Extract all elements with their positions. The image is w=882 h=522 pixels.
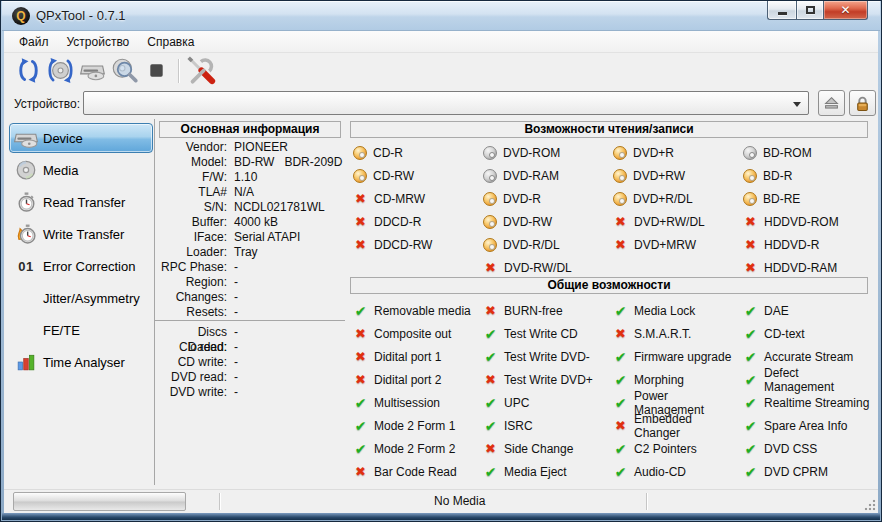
- window-controls: ✕: [767, 1, 868, 20]
- info-row: Resets:-: [155, 305, 345, 320]
- menu-item-2[interactable]: Справка: [138, 32, 203, 52]
- menu-item-0[interactable]: Файл: [10, 32, 58, 52]
- check-icon: ✔: [483, 418, 498, 433]
- capability-label: Embedded Changer: [634, 412, 740, 440]
- minimize-button[interactable]: [767, 1, 796, 20]
- capability-item: DVD-RAM: [480, 164, 610, 187]
- capability-label: Bar Code Read: [374, 465, 457, 479]
- sidebar-item-label: Media: [43, 163, 78, 178]
- caps-column: ✔Media Lock✖S.M.A.R.T.✔Firmware upgrade✔…: [610, 299, 740, 483]
- lock-button[interactable]: [849, 90, 876, 116]
- info-row-value: -: [234, 325, 238, 340]
- resize-grip[interactable]: [864, 499, 876, 511]
- check-icon: ✔: [743, 418, 758, 433]
- capability-item: ✖HDDVD-ROM: [740, 210, 870, 233]
- capability-item: ✖DVD-RW/DL: [480, 256, 610, 279]
- disc-icon: [13, 160, 39, 180]
- check-icon: ✔: [743, 303, 758, 318]
- sidebar-item-time-analyser[interactable]: Time Analyser: [9, 347, 153, 377]
- sidebar-item-write-transfer[interactable]: Write Transfer: [9, 219, 153, 249]
- info-row-label: S/N:: [155, 200, 227, 215]
- cross-icon: ✖: [353, 349, 368, 364]
- capability-label: Defect Management: [764, 366, 870, 394]
- cross-icon: ✖: [483, 303, 498, 318]
- sidebar-item-label: Time Analyser: [43, 355, 125, 370]
- cross-icon: ✖: [483, 372, 498, 387]
- check-icon: ✔: [353, 303, 368, 318]
- close-button[interactable]: ✕: [823, 1, 868, 20]
- cross-icon: ✖: [353, 464, 368, 479]
- check-icon: ✔: [743, 372, 758, 387]
- sidebar-item-read-transfer[interactable]: Read Transfer: [9, 187, 153, 217]
- capability-item: ✖Bar Code Read: [350, 460, 480, 483]
- sidebar-item-fe-te[interactable]: FE/TE: [9, 315, 153, 345]
- capability-item: ✖DDCD-R: [350, 210, 480, 233]
- cross-icon: ✖: [613, 326, 628, 341]
- chevron-down-icon: [793, 102, 801, 107]
- eject-button[interactable]: [818, 90, 845, 116]
- capability-item: ✔CD-text: [740, 322, 870, 345]
- capability-item: ✖HDDVD-R: [740, 233, 870, 256]
- info-row-label: DVD write:: [155, 385, 227, 400]
- check-icon: ✔: [613, 441, 628, 456]
- capability-label: CD-R: [373, 146, 403, 160]
- preferences-button[interactable]: [185, 56, 217, 86]
- status-bar: No Media: [4, 489, 878, 513]
- drive-control-button[interactable]: [76, 56, 108, 86]
- capability-label: DDCD-R: [374, 215, 421, 229]
- check-icon: ✔: [613, 372, 628, 387]
- info-row-label: CD read:: [155, 340, 227, 355]
- capability-item: ✔DAE: [740, 299, 870, 322]
- capability-item: ✖BURN-free: [480, 299, 610, 322]
- scan-media-button[interactable]: [108, 56, 140, 86]
- toolbar-separator: [178, 59, 179, 83]
- capability-item: ✔C2 Pointers: [610, 437, 740, 460]
- capability-item: ✔Firmware upgrade: [610, 345, 740, 368]
- minimize-icon: [778, 12, 787, 15]
- cross-icon: ✖: [353, 191, 368, 206]
- check-icon: ✔: [743, 464, 758, 479]
- general-caps-grid: ✔Removable media✖Composite out✖Didital p…: [350, 299, 870, 483]
- capability-label: UPC: [504, 396, 529, 410]
- capability-label: ISRC: [504, 419, 533, 433]
- info-row-label: Buffer:: [155, 215, 227, 230]
- eject-icon: [824, 96, 839, 110]
- disc-refresh-icon: [47, 57, 74, 84]
- info-row-value: -: [234, 275, 238, 290]
- refresh-media-button[interactable]: [44, 56, 76, 86]
- capability-item: ✖Side Change: [480, 437, 610, 460]
- maximize-button[interactable]: [796, 1, 823, 20]
- info-row: Changes:-: [155, 290, 345, 305]
- refresh-devices-button[interactable]: [12, 56, 44, 86]
- capability-label: BD-ROM: [763, 146, 812, 160]
- drive-info-rows: Vendor:PIONEERModel:BD-RW BDR-209DF/W:1.…: [155, 140, 345, 320]
- info-row: DVD read:-: [155, 370, 345, 385]
- app-icon: Q: [12, 7, 30, 25]
- device-select[interactable]: PIONEER BD-RW BDR-209D 1.10 [D: ]: [83, 91, 809, 115]
- stop-button[interactable]: [140, 56, 172, 86]
- sidebar-item-device[interactable]: Device: [9, 123, 153, 153]
- capability-item: ✔Mode 2 Form 2: [350, 437, 480, 460]
- capability-item: ✔Removable media: [350, 299, 480, 322]
- titlebar[interactable]: Q QPxTool - 0.7.1 ✕: [2, 1, 880, 31]
- capability-item: ✔ISRC: [480, 414, 610, 437]
- drive-counters-rows: Discs loaded:-CD read:-CD write:-DVD rea…: [155, 325, 345, 400]
- rw-caps-grid: CD-RCD-RW✖CD-MRW✖DDCD-R✖DDCD-RWDVD-ROMDV…: [350, 141, 870, 279]
- sidebar-item-media[interactable]: Media: [9, 155, 153, 185]
- close-icon: ✕: [840, 1, 850, 20]
- capability-item: ✖Composite out: [350, 322, 480, 345]
- sidebar-item-jitter-asymmetry[interactable]: Jitter/Asymmetry: [9, 283, 153, 313]
- capability-item: ✔Media Eject: [480, 460, 610, 483]
- write-disc-icon: [353, 169, 367, 183]
- info-row: RPC Phase:-: [155, 260, 345, 275]
- capability-item: DVD+R/DL: [610, 187, 740, 210]
- info-separator: [155, 320, 345, 321]
- sidebar-item-error-correction[interactable]: 01Error Correction: [9, 251, 153, 281]
- capability-label: Composite out: [374, 327, 451, 341]
- info-row: Loader:Tray: [155, 245, 345, 260]
- info-row-value: Tray: [234, 245, 258, 260]
- capability-label: DVD+R: [633, 146, 674, 160]
- capability-item: DVD-RW: [480, 210, 610, 233]
- capability-item: ✖DVD+MRW: [610, 233, 740, 256]
- menu-item-1[interactable]: Устройство: [58, 32, 139, 52]
